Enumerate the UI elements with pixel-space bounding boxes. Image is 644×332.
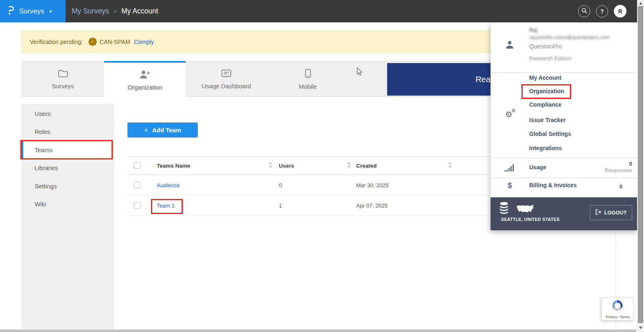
usa-map-icon — [516, 203, 534, 216]
sort-icon[interactable] — [269, 162, 272, 169]
breadcrumb-separator: > — [113, 8, 117, 15]
help-button[interactable]: ? — [596, 5, 608, 17]
recaptcha-badge[interactable]: Privacy - Terms — [601, 297, 634, 321]
dollar-icon: $ — [508, 181, 512, 190]
team-users-count: 0 — [279, 182, 282, 188]
menu-item-my-account[interactable]: My Account — [529, 74, 561, 81]
mobile-phone-icon — [305, 69, 311, 79]
sidebar-item-roles[interactable]: Roles — [22, 123, 114, 141]
row-checkbox[interactable] — [134, 202, 140, 209]
divider — [491, 72, 637, 73]
usage-unit: Responses — [596, 167, 632, 173]
profile-edition: Research Edition — [529, 55, 571, 61]
sort-icon[interactable] — [448, 162, 452, 169]
team-link-audience[interactable]: Audience — [157, 182, 180, 188]
divider — [491, 158, 637, 158]
sidebar-item-wiki[interactable]: Wiki — [22, 195, 114, 214]
search-icon — [581, 8, 587, 15]
comply-link[interactable]: Comply — [134, 39, 154, 45]
user-avatar[interactable]: R — [614, 5, 626, 17]
divider — [491, 178, 637, 178]
menu-item-billing-invoices[interactable]: Billing & Invoices — [529, 182, 577, 188]
plus-icon: + — [144, 126, 148, 134]
dashboard-icon — [221, 69, 232, 79]
team-created-date: Mar 30, 2025 — [356, 182, 389, 188]
menu-item-usage[interactable]: Usage — [529, 164, 546, 170]
menu-item-compliance[interactable]: Compliance — [529, 101, 561, 108]
tab-surveys[interactable]: Surveys — [22, 61, 104, 97]
scroll-up-arrow[interactable] — [639, 2, 642, 4]
tab-mobile[interactable]: Mobile — [267, 61, 348, 97]
folder-icon — [58, 69, 68, 79]
organization-sidenav: Users Roles Teams Libraries Settings Wik… — [22, 104, 114, 330]
team-created-date: Apr 07, 2025 — [356, 202, 388, 208]
tab-organization[interactable]: Organization — [104, 61, 186, 98]
select-all-checkbox[interactable] — [134, 162, 140, 169]
team-link-team-1[interactable]: Team 1 — [157, 202, 175, 208]
person-add-icon — [139, 70, 151, 80]
settings-gears-icon: ⚙⚙ — [505, 108, 519, 122]
logout-button[interactable]: LOGOUT — [590, 205, 632, 220]
product-name: Surveys — [19, 7, 44, 15]
profile-organization: QuestionPro — [529, 43, 562, 50]
navbar-actions: ? R — [578, 0, 626, 22]
chevron-down-icon: ▾ — [49, 9, 52, 14]
row-checkbox[interactable] — [134, 182, 140, 188]
vertical-scrollbar[interactable] — [637, 0, 644, 332]
question-mark-icon: ? — [600, 8, 604, 15]
verification-label: Verification pending: — [30, 39, 83, 45]
recaptcha-logo-icon — [611, 307, 624, 314]
database-icon — [499, 202, 509, 216]
search-button[interactable] — [578, 5, 590, 17]
team-users-count: 1 — [279, 202, 282, 208]
sidebar-item-users[interactable]: Users — [22, 105, 114, 123]
logout-icon — [595, 209, 601, 216]
menu-item-integrations[interactable]: Integrations — [529, 145, 562, 151]
user-account-panel: Raj raj.purohit-cctest@questionpro.com Q… — [491, 22, 637, 230]
breadcrumb-my-surveys[interactable]: My Surveys — [72, 7, 109, 15]
column-header-users[interactable]: Users — [279, 163, 294, 169]
breadcrumb-current: My Account — [121, 7, 158, 15]
column-header-teams-name[interactable]: Teams Name — [157, 163, 190, 169]
profile-email: raj.purohit-cctest@questionpro.com — [529, 35, 610, 40]
horizontal-scrollbar[interactable] — [0, 330, 644, 332]
tab-label: Surveys — [52, 83, 74, 90]
tab-usage-dashboard[interactable]: Usage Dashboard — [186, 61, 267, 97]
breadcrumb: My Surveys > My Account — [72, 0, 158, 22]
tab-label: Usage Dashboard — [202, 83, 251, 90]
scroll-down-arrow[interactable] — [639, 327, 642, 329]
billing-value: 0 — [619, 183, 622, 190]
usage-bars-icon — [504, 164, 515, 173]
profile-name: Raj — [529, 27, 537, 33]
add-team-button[interactable]: + Add Team — [127, 122, 198, 138]
sidebar-item-settings[interactable]: Settings — [22, 177, 114, 195]
vertical-scrollbar-thumb[interactable] — [638, 6, 643, 323]
sidebar-item-teams[interactable]: Teams — [22, 141, 114, 159]
menu-item-global-settings[interactable]: Global Settings — [529, 131, 571, 137]
horizontal-scrollbar-thumb[interactable] — [0, 330, 636, 332]
column-header-created[interactable]: Created — [356, 163, 377, 169]
menu-item-issue-tracker[interactable]: Issue Tracker — [529, 117, 566, 123]
tab-label: Organization — [127, 84, 162, 91]
certificate-badge-icon: ✓ — [89, 38, 96, 45]
menu-item-organization[interactable]: Organization — [529, 88, 564, 94]
sidebar-item-libraries[interactable]: Libraries — [22, 159, 114, 177]
product-switcher[interactable]: Surveys ▾ — [0, 0, 66, 22]
tab-label: Mobile — [299, 83, 317, 90]
can-spam-label: CAN-SPAM — [100, 39, 130, 45]
questionpro-logo-icon — [7, 5, 15, 17]
panel-footer: SEATTLE, UNITED STATES LOGOUT — [491, 197, 637, 230]
top-navbar: Surveys ▾ My Surveys > My Account ? R — [0, 0, 644, 22]
user-icon — [505, 40, 514, 51]
recaptcha-privacy-terms[interactable]: Privacy - Terms — [602, 315, 633, 319]
usage-value: 0 — [596, 161, 632, 167]
questionpro-app: Surveys ▾ My Surveys > My Account ? R — [0, 0, 644, 332]
datacenter-location: SEATTLE, UNITED STATES — [501, 217, 560, 222]
sort-icon[interactable] — [347, 162, 351, 169]
